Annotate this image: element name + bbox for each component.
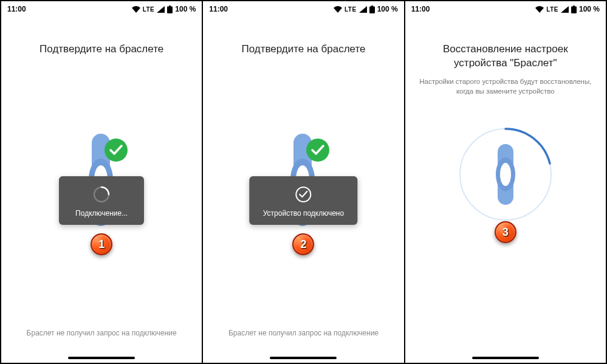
- step-badge-3: 3: [495, 221, 516, 243]
- status-time: 11:00: [7, 5, 26, 13]
- battery-icon: [167, 5, 173, 13]
- lte-label: LTE: [546, 6, 558, 13]
- step-badge-2: 2: [292, 233, 314, 255]
- svg-rect-0: [167, 6, 173, 13]
- spinner-icon: [92, 185, 111, 204]
- status-time: 11:00: [209, 5, 228, 13]
- band-progress: [454, 123, 557, 226]
- svg-point-13: [296, 187, 310, 202]
- page-subtitle: Настройки старого устройства будут восст…: [415, 77, 595, 96]
- svg-point-19: [500, 163, 511, 186]
- nav-handle[interactable]: [472, 357, 539, 359]
- footer-help-link[interactable]: Браслет не получил запрос на подключение: [203, 329, 403, 337]
- lte-label: LTE: [143, 6, 155, 13]
- screenshot-triptych: 11:00 LTE 100 % Подтвердите на браслете: [0, 0, 607, 364]
- check-circle-icon: [293, 185, 313, 204]
- status-time: 11:00: [411, 5, 430, 13]
- toast-text: Подключение...: [75, 209, 128, 218]
- wifi-icon: [132, 6, 140, 13]
- battery-icon: [571, 5, 577, 13]
- screen-connecting: 11:00 LTE 100 % Подтвердите на браслете: [1, 1, 203, 363]
- svg-rect-1: [169, 5, 171, 7]
- status-bar: 11:00 LTE 100 %: [203, 1, 403, 17]
- progress-ring-icon: [454, 123, 557, 226]
- svg-rect-15: [573, 5, 575, 7]
- svg-rect-14: [571, 6, 577, 13]
- wifi-icon: [334, 6, 342, 13]
- screen-restore: 11:00 LTE 100 % Восстановление настроек …: [405, 1, 606, 363]
- battery-pct: 100 %: [579, 5, 600, 13]
- page-title: Подтвердите на браслете: [12, 43, 192, 57]
- svg-point-5: [105, 139, 128, 162]
- signal-icon: [561, 6, 569, 13]
- step-badge-1: 1: [91, 233, 112, 255]
- status-bar: 11:00 LTE 100 %: [1, 1, 202, 17]
- status-right: LTE 100 %: [535, 5, 600, 13]
- screen-connected: 11:00 LTE 100 % Подтвердите на браслете: [203, 1, 405, 363]
- page-title: Восстановление настроек устройства "Брас…: [415, 43, 595, 70]
- wifi-icon: [535, 6, 544, 13]
- nav-handle[interactable]: [270, 357, 337, 359]
- footer-help-link[interactable]: Браслет не получил запрос на подключение: [1, 329, 202, 337]
- status-right: LTE 100 %: [132, 5, 196, 13]
- page-title: Подтвердите на браслете: [213, 43, 394, 57]
- toast-connecting: Подключение...: [59, 176, 144, 225]
- battery-pct: 100 %: [175, 5, 196, 13]
- signal-icon: [359, 6, 367, 13]
- toast-connected: Устройство подключено: [250, 176, 357, 225]
- battery-pct: 100 %: [377, 5, 398, 13]
- toast-text: Устройство подключено: [263, 209, 344, 218]
- svg-rect-7: [369, 6, 375, 13]
- signal-icon: [157, 6, 165, 13]
- status-bar: 11:00 LTE 100 %: [405, 1, 606, 17]
- svg-rect-8: [371, 5, 373, 7]
- status-right: LTE 100 %: [334, 5, 398, 13]
- lte-label: LTE: [345, 6, 357, 13]
- svg-point-12: [306, 139, 329, 162]
- nav-handle[interactable]: [68, 357, 135, 359]
- battery-icon: [369, 5, 375, 13]
